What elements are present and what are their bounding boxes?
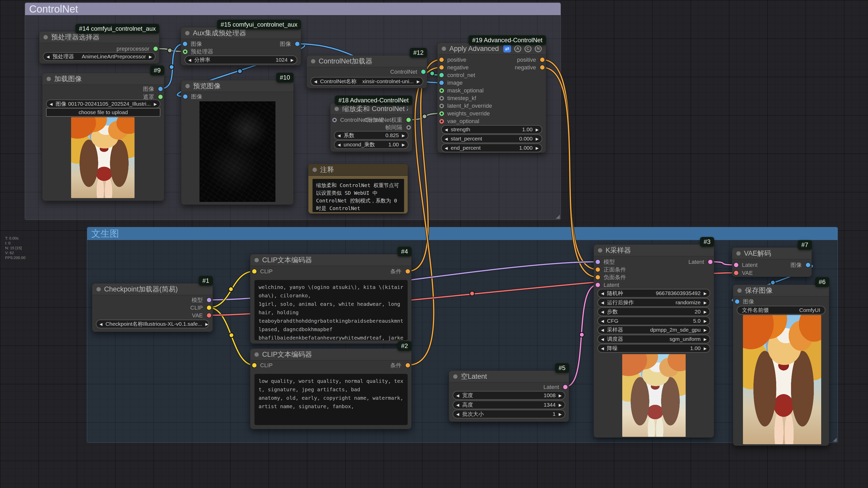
preprocessor-input-slot[interactable] — [183, 49, 187, 54]
image-input-slot[interactable] — [183, 94, 187, 99]
node-header[interactable]: Checkpoint加载器(简易) — [92, 284, 213, 295]
decrement-arrow[interactable]: ◀ — [445, 128, 448, 132]
weights-override-input-slot[interactable] — [439, 111, 444, 116]
node-controlnet-loader[interactable]: ControlNet加载器ControlNet◀ControlNet名称xins… — [307, 55, 427, 88]
sampler-widget[interactable]: ◀采样器dpmpp_2m_sde_gpu▶ — [597, 325, 710, 334]
controlnet-weights-output-slot[interactable] — [406, 118, 411, 122]
batch-size-widget[interactable]: ◀批次大小1▶ — [453, 410, 565, 419]
image-output-slot[interactable] — [158, 87, 163, 91]
decrement-arrow[interactable]: ◀ — [601, 346, 604, 350]
negative-output-slot[interactable] — [540, 65, 545, 69]
node-clip-text-encode-negative[interactable]: CLIP文本编码器CLIP条件low quality, worst qualit… — [250, 348, 411, 429]
decrement-arrow[interactable]: ◀ — [338, 134, 341, 137]
node-aux-preprocessor[interactable]: Aux集成预处理器图像预处理器图像◀分辨率1024▶ — [181, 27, 301, 65]
height-widget[interactable]: ◀高度1344▶ — [453, 400, 565, 409]
checkpoint-name-combo[interactable]: ◀Checkpoint名称Illustrious-XL-v0.1.safe...… — [96, 320, 209, 328]
increment-arrow[interactable]: ▶ — [559, 412, 562, 416]
image-input-slot[interactable] — [439, 81, 444, 85]
mask-optional-input-slot[interactable] — [439, 88, 444, 93]
increment-arrow[interactable]: ▶ — [704, 301, 707, 305]
image-input-slot[interactable] — [183, 42, 187, 46]
decrement-arrow[interactable]: ◀ — [601, 291, 604, 295]
end-percent-widget[interactable]: ◀end_percent1.000▶ — [441, 144, 542, 152]
decrement-arrow[interactable]: ◀ — [456, 394, 459, 397]
upload-button[interactable]: choose file to upload — [46, 108, 160, 117]
vae-input-slot[interactable] — [734, 271, 738, 275]
conditioning-output-slot[interactable] — [406, 269, 410, 274]
image-output-slot[interactable] — [806, 263, 810, 267]
increment-arrow[interactable]: ▶ — [704, 346, 707, 350]
vae-output-slot[interactable] — [207, 313, 211, 318]
node-empty-latent[interactable]: 空LatentLatent◀宽度1008▶◀高度1344▶◀批次大小1▶ — [449, 371, 569, 422]
negative-cond-input-slot[interactable] — [596, 275, 600, 280]
decrement-arrow[interactable]: ◀ — [188, 58, 191, 62]
node-preprocessor-selector[interactable]: 预处理器选择器preprocessor◀预处理器AnimeLineArtPrep… — [39, 31, 159, 64]
clip-output-slot[interactable] — [207, 306, 211, 310]
node-header[interactable]: CLIP文本编码器 — [250, 349, 411, 361]
node-apply-advanced-controlnet[interactable]: Apply Advanced ControlNet⇄ACNpositiveneg… — [437, 43, 546, 153]
latent-output-slot[interactable] — [708, 260, 713, 264]
filename-prefix-widget[interactable]: 文件名前缀ComfyUI — [737, 306, 825, 315]
latent-output-slot[interactable] — [563, 385, 567, 389]
increment-arrow[interactable]: ▶ — [559, 394, 562, 397]
node-soft-controlnet-weights[interactable]: 缩放柔和 ControlNet 权重ControlNet附加组ControlNe… — [330, 103, 412, 152]
increment-arrow[interactable]: ▶ — [149, 55, 152, 59]
group-header-txt2img[interactable]: 文生图 — [87, 227, 838, 240]
collapse-dot[interactable] — [335, 107, 339, 111]
increment-arrow[interactable]: ▶ — [559, 403, 562, 407]
collapse-dot[interactable] — [185, 31, 189, 35]
uncond-multiplier-widget[interactable]: ◀uncond_乘数1.00▶ — [334, 140, 408, 149]
node-header[interactable]: ControlNet加载器 — [307, 56, 427, 67]
positive-input-slot[interactable] — [439, 58, 444, 62]
seed-widget[interactable]: ◀随机种966783603935492▶ — [597, 289, 710, 297]
width-widget[interactable]: ◀宽度1008▶ — [453, 391, 565, 400]
collapse-dot[interactable] — [96, 287, 101, 291]
increment-arrow[interactable]: ▶ — [154, 102, 157, 106]
image-file-combo[interactable]: ◀图像00170-20241105_202524_Illustri...▶ — [46, 99, 160, 108]
controlnet-extras-input-slot[interactable] — [332, 118, 337, 122]
collapse-dot[interactable] — [442, 47, 446, 51]
group-header-controlnet[interactable]: ControlNet — [25, 3, 561, 15]
decrement-arrow[interactable]: ◀ — [338, 143, 341, 147]
increment-arrow[interactable]: ▶ — [535, 137, 538, 141]
node-header[interactable]: 预览图像 — [181, 80, 293, 92]
preprocessor-combo[interactable]: ◀预处理器AnimeLineArtPreprocessor▶ — [43, 52, 155, 61]
node-graph-canvas[interactable]: ControlNet文生图预处理器选择器preprocessor◀预处理器Ani… — [0, 0, 868, 488]
node-clip-text-encode-positive[interactable]: CLIP文本编码器CLIP条件welchino, yanyo \(ogino a… — [250, 254, 411, 344]
collapse-dot[interactable] — [254, 258, 259, 262]
vae-optional-input-slot[interactable] — [439, 119, 444, 123]
node-vae-decode[interactable]: VAE解码LatentVAE图像 — [732, 248, 812, 277]
negative-prompt-textarea[interactable]: low quality, worst quality, normal quali… — [254, 374, 408, 425]
image-output-slot[interactable] — [295, 42, 300, 46]
collapse-dot[interactable] — [736, 251, 741, 256]
clip-input-slot[interactable] — [252, 363, 256, 368]
collapse-dot[interactable] — [311, 59, 315, 63]
decrement-arrow[interactable]: ◀ — [46, 55, 50, 59]
negative-input-slot[interactable] — [439, 65, 444, 69]
decrement-arrow[interactable]: ◀ — [456, 412, 459, 416]
model-input-slot[interactable] — [596, 260, 600, 264]
collapse-dot[interactable] — [598, 248, 602, 253]
start-percent-widget[interactable]: ◀start_percent0.000▶ — [441, 134, 542, 143]
latent-input-slot[interactable] — [596, 283, 600, 287]
decrement-arrow[interactable]: ◀ — [601, 328, 604, 332]
decrement-arrow[interactable]: ◀ — [601, 301, 604, 305]
collapse-dot[interactable] — [312, 168, 317, 172]
node-header[interactable]: CLIP文本编码器 — [250, 254, 411, 266]
steps-widget[interactable]: ◀步数20▶ — [597, 307, 710, 316]
node-header[interactable]: 加载图像 — [42, 73, 164, 85]
increment-arrow[interactable]: ▶ — [290, 58, 293, 62]
strength-widget[interactable]: ◀strength1.00▶ — [441, 125, 542, 134]
positive-prompt-textarea[interactable]: welchino, yanyo \(ogino atsuki\), kita \… — [254, 280, 408, 340]
preprocessor-output-slot[interactable] — [153, 47, 158, 51]
positive-output-slot[interactable] — [540, 58, 545, 62]
increment-arrow[interactable]: ▶ — [402, 134, 405, 137]
node-note[interactable]: 注释缩放柔和 ControlNet 权重节点可以设置类似 SD WebUI 中 … — [308, 164, 408, 214]
latent-kf-override-input-slot[interactable] — [439, 104, 444, 108]
cfg-widget[interactable]: ◀CFG5.0▶ — [597, 317, 710, 325]
increment-arrow[interactable]: ▶ — [535, 146, 538, 150]
node-preview-image[interactable]: 预览图像图像 — [181, 80, 293, 205]
node-ksampler[interactable]: K采样器模型正面条件负面条件LatentLatent◀随机种9667836039… — [594, 245, 714, 438]
decrement-arrow[interactable]: ◀ — [601, 310, 604, 314]
node-header[interactable]: 保存图像 — [733, 285, 829, 296]
